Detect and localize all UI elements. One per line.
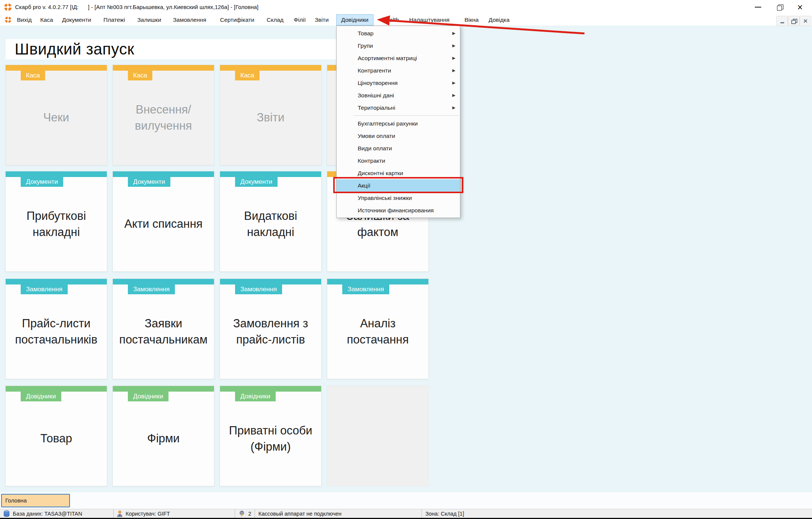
status-database: База даних: TASA3@TITAN: [0, 509, 114, 518]
submenu-arrow-icon: ▶: [452, 77, 455, 89]
tile-label: Прибуткові накладні: [7, 177, 105, 271]
submenu-arrow-icon: ▶: [452, 52, 455, 64]
menu-item-terytorialni[interactable]: Територіальні▶: [337, 101, 460, 114]
tile-firmy[interactable]: Довідники Фірми: [112, 386, 214, 486]
window-close-button[interactable]: ×: [789, 0, 810, 14]
tile-cheky[interactable]: Каса Чеки: [5, 65, 107, 165]
tile-label: Замовлення з прайс-листів: [222, 284, 320, 379]
tile-zamovlennia-z-price-lystiv[interactable]: Замовлення Замовлення з прайс-листів: [220, 278, 322, 379]
title-bar: Скарб pro v. 4.0.2.77 [ІД: ] - [Апт №003…: [0, 0, 812, 14]
menu-item-dyskontni-kartky[interactable]: Дисконтні картки: [337, 167, 460, 179]
menu-item-tovar[interactable]: Товар▶: [337, 27, 460, 39]
status-user: Користувач: GIFT: [114, 509, 235, 518]
menu-dovidka[interactable]: Довідка: [489, 14, 510, 26]
category-bar: [6, 171, 107, 177]
status-zone-text: Зона: Склад [1]: [425, 511, 464, 517]
tile-akty-spysannia[interactable]: Документи Акти списання: [112, 171, 214, 272]
category-bar: [113, 279, 214, 284]
mdi-restore-icon: [791, 19, 796, 23]
category-bar: [113, 386, 214, 392]
window-restore-button[interactable]: [769, 0, 790, 14]
database-icon: [3, 510, 10, 517]
menu-item-kontrakty[interactable]: Контракти: [337, 154, 460, 167]
category-bar: [6, 65, 107, 71]
menu-item-tsinoutvorennia[interactable]: Ціноутворення▶: [337, 77, 460, 89]
mdi-close-icon: ×: [803, 17, 807, 24]
menu-item-umovy-oplaty[interactable]: Умови оплати: [337, 130, 460, 142]
menu-filii[interactable]: Філії: [294, 14, 306, 26]
tile-label: Заявки постачальникам: [114, 284, 212, 379]
close-icon: ×: [797, 3, 803, 12]
mdi-restore-button[interactable]: [788, 16, 800, 26]
menu-kasa[interactable]: Каса: [40, 14, 53, 26]
tile-label: Фірми: [114, 392, 212, 486]
category-bar: [220, 386, 321, 392]
menu-zamovlennia[interactable]: Замовлення: [173, 14, 206, 26]
menu-item-istochniki-finansirovaniya[interactable]: Источники финансирования: [337, 204, 460, 216]
menu-item-asortymentni-matrytsi[interactable]: Асортиментні матриці▶: [337, 52, 460, 64]
status-user-text: Користувач: GIFT: [126, 511, 170, 517]
tile-label: Видаткові накладні: [222, 177, 320, 271]
status-bar: База даних: TASA3@TITAN Користувач: GIFT…: [0, 509, 812, 518]
submenu-arrow-icon: ▶: [452, 39, 455, 52]
tile-label: Акти списання: [114, 177, 212, 271]
category-bar: [220, 65, 321, 71]
menu-item-zovnishni-dani[interactable]: Зовнішні дані▶: [337, 89, 460, 101]
tile-label: Чеки: [7, 71, 105, 165]
menu-vykhid[interactable]: Вихід: [17, 14, 32, 26]
menu-bar: Вихід Каса Документи Платежі Залишки Зам…: [0, 14, 812, 26]
tab-holovna[interactable]: Головна: [1, 494, 70, 507]
tile-label: Приватні особи (Фірми): [222, 392, 320, 486]
status-cash-register: Кассовый аппарат не подключен: [255, 509, 422, 518]
tile-label: Товар: [7, 392, 105, 486]
menu-item-vydy-oplaty[interactable]: Види оплати: [337, 142, 460, 154]
tile-empty-slot: [327, 386, 429, 486]
menu-item-hrupy[interactable]: Групи▶: [337, 39, 460, 52]
tile-label: Прайс-листи постачальників: [7, 284, 105, 379]
tile-prybutkovi-nakladni[interactable]: Документи Прибуткові накладні: [5, 171, 107, 272]
menu-item-kontrahenty[interactable]: Контрагенти▶: [337, 64, 460, 77]
menu-item-upravlinski-znyzhky[interactable]: Управлінські знижки: [337, 192, 460, 204]
category-bar: [220, 279, 321, 284]
menu-item-bukhhalterski-rakhunky[interactable]: Бухгалтерські рахунки: [337, 117, 460, 130]
tile-analiz-postachannia[interactable]: Замовлення Аналіз постачання: [327, 278, 429, 379]
mdi-minimize-button[interactable]: [776, 16, 788, 26]
menu-dokumenty[interactable]: Документи: [62, 14, 91, 26]
menu-health[interactable]: Health: [382, 14, 399, 26]
status-connection-count: 2: [248, 511, 251, 517]
menu-sertyfikaty[interactable]: Сертифікати: [220, 14, 254, 26]
mdi-close-button[interactable]: ×: [800, 16, 811, 26]
tile-zaiavky-postachalnykam[interactable]: Замовлення Заявки постачальникам: [112, 278, 214, 379]
status-database-text: База даних: TASA3@TITAN: [13, 511, 82, 517]
submenu-arrow-icon: ▶: [452, 101, 455, 114]
status-zone: Зона: Склад [1]: [422, 509, 812, 518]
plug-icon: [238, 511, 245, 517]
menu-vikna[interactable]: Вікна: [464, 14, 479, 26]
category-bar: [113, 171, 214, 177]
user-icon: [117, 510, 123, 517]
app-logo-icon: [4, 3, 12, 11]
tile-tovar[interactable]: Довідники Товар: [5, 386, 107, 486]
tile-vnesennia-vyluchennia[interactable]: Каса Внесення/вилучення: [112, 65, 214, 165]
menu-dovidnyky[interactable]: Довідники: [336, 14, 373, 26]
menu-separator: [337, 114, 460, 117]
menu-platezhi[interactable]: Платежі: [103, 14, 125, 26]
mdi-minimize-icon: [780, 22, 784, 23]
tile-zvity[interactable]: Каса Звіти: [220, 65, 322, 165]
submenu-arrow-icon: ▶: [452, 64, 455, 77]
menu-item-aktsii[interactable]: Акції: [337, 179, 460, 192]
status-cash-connection: 2: [235, 509, 255, 518]
tile-pryvatni-osoby[interactable]: Довідники Приватні особи (Фірми): [220, 386, 322, 486]
submenu-arrow-icon: ▶: [452, 89, 455, 101]
menu-zvity[interactable]: Звіти: [315, 14, 329, 26]
menu-nalashtuvannia[interactable]: Налаштування: [409, 14, 449, 26]
menu-sklad[interactable]: Склад: [267, 14, 284, 26]
tile-price-lysty-postachalnykiv[interactable]: Замовлення Прайс-листи постачальників: [5, 278, 107, 379]
menu-zalyshky[interactable]: Залишки: [137, 14, 161, 26]
app-window: Скарб pro v. 4.0.2.77 [ІД: ] - [Апт №003…: [0, 0, 812, 519]
dovidnyky-dropdown-menu: Товар▶ Групи▶ Асортиментні матриці▶ Конт…: [336, 26, 460, 218]
tile-vydatkovi-nakladni[interactable]: Документи Видаткові накладні: [220, 171, 322, 272]
window-minimize-button[interactable]: [747, 0, 768, 14]
app-logo-icon-small: [5, 16, 12, 23]
window-title: Скарб pro v. 4.0.2.77 [ІД: ] - [Апт №003…: [15, 0, 258, 14]
